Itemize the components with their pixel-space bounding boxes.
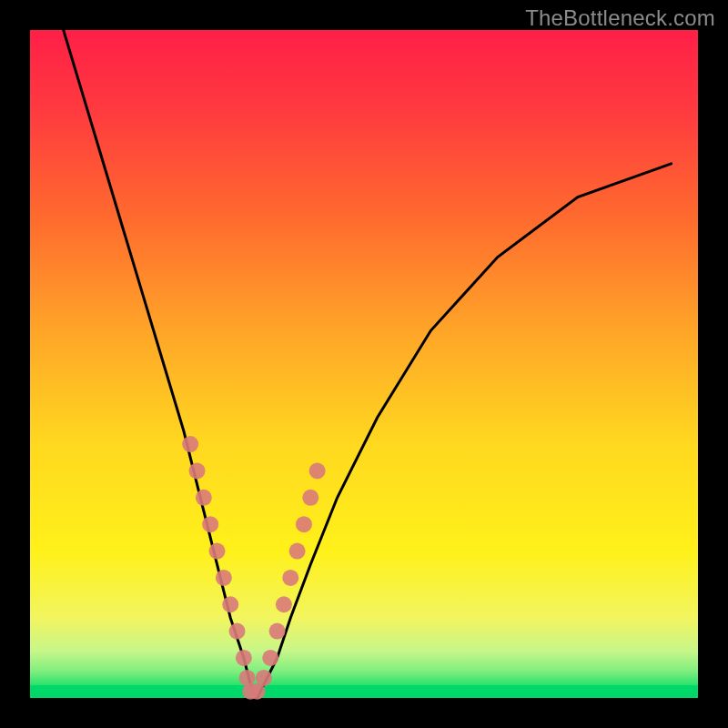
sample-dot: [256, 670, 272, 686]
sample-dot: [309, 462, 326, 479]
watermark-text: TheBottleneck.com: [525, 5, 715, 31]
sample-dot: [229, 623, 246, 640]
chart-svg: [30, 30, 698, 698]
sample-dot: [276, 596, 292, 612]
sample-dot: [269, 623, 286, 640]
sample-dot: [262, 650, 278, 666]
sample-dot: [209, 543, 226, 560]
sample-dot: [182, 436, 198, 452]
sample-dot: [222, 596, 238, 612]
sample-dot: [202, 516, 218, 532]
sample-dot: [196, 490, 212, 506]
sample-dot: [236, 650, 252, 666]
sample-dot: [189, 462, 206, 479]
sample-dot: [216, 570, 232, 586]
chart-frame: TheBottleneck.com: [0, 0, 728, 728]
bottleneck-curve: [64, 30, 672, 698]
sample-dot: [302, 490, 318, 506]
sample-dot: [282, 570, 298, 586]
sample-dot: [289, 543, 306, 560]
sample-dots: [182, 436, 325, 700]
plot-area: [30, 30, 698, 698]
sample-dot: [296, 516, 312, 532]
